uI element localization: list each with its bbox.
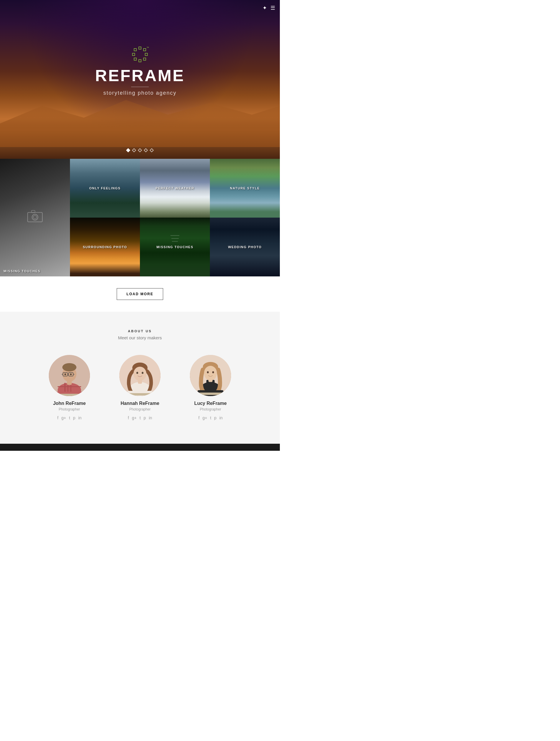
lucy-role: Photographer [200,407,221,411]
load-more-section: LOAD MORE [0,276,280,312]
svg-point-49 [212,372,214,374]
svg-point-38 [142,372,143,374]
gallery-cell-sunset[interactable]: SURROUNDING PHOTO [70,218,140,276]
cell-label-wedding-photo: WEDDING PHOTO [228,245,262,249]
svg-point-29 [70,374,72,375]
svg-rect-4 [139,60,141,62]
hannah-pinterest[interactable]: p [144,415,146,420]
hannah-role: Photographer [129,407,151,411]
hero-dot-4[interactable] [144,148,148,152]
svg-rect-9 [28,213,42,222]
avatar-john-figure [49,355,90,396]
svg-point-28 [64,374,66,375]
svg-point-11 [33,215,37,219]
footer-bar [0,444,280,451]
about-label: ABOUT US [6,329,274,333]
cell-label-surrounding-photo: SURROUNDING PHOTO [83,245,127,249]
svg-rect-5 [134,58,136,60]
svg-rect-51 [195,393,226,395]
svg-rect-40 [125,393,155,396]
john-pinterest[interactable]: p [73,415,76,420]
lucy-facebook[interactable]: f [198,415,200,420]
svg-rect-6 [132,53,135,56]
nav-icons: ✦ ☰ [263,5,275,11]
svg-point-22 [62,363,76,372]
svg-rect-3 [143,58,146,60]
avatar-hannah-figure [119,355,160,396]
team-grid: John ReFrame Photographer f g+ t p in [6,355,274,420]
hero-dot-2[interactable] [132,148,136,152]
cell-label-perfect-weather: PERFECT WEATHER [155,187,194,190]
hero-section: ✦ ☰ TM REFRAME storytelling photo agency [0,0,280,159]
lucy-linkedin[interactable]: in [219,415,222,420]
hero-content: TM REFRAME storytelling photo agency [95,45,185,96]
svg-rect-31 [53,394,85,396]
team-member-lucy: Lucy ReFrame Photographer f g+ t p in [184,355,237,420]
gallery-cell-alpine[interactable]: NATURE STYLE [210,159,280,218]
gallery-cell-railroad[interactable]: MISSING TOUCHES [140,218,210,276]
hannah-socials: f g+ t p in [128,415,152,420]
john-twitter[interactable]: t [69,415,70,420]
hannah-linkedin[interactable]: in [149,415,152,420]
brand-title: REFRAME [95,67,185,84]
brand-logo: TM [131,45,149,64]
pin-icon[interactable]: ✦ [263,5,267,11]
gallery-cell-bridge[interactable]: WEDDING PHOTO [210,218,280,276]
avatar-john [49,355,90,396]
lucy-socials: f g+ t p in [198,415,222,420]
svg-point-48 [207,372,209,374]
hero-dots [127,149,153,152]
john-role: Photographer [59,407,80,411]
john-name: John ReFrame [53,401,85,406]
svg-point-47 [204,366,217,381]
hannah-facebook[interactable]: f [128,415,129,420]
about-section: ABOUT US Meet our story makers [0,312,280,444]
gallery-cell-mountain[interactable]: PERFECT WEATHER [140,159,210,218]
svg-rect-7 [134,49,136,51]
lucy-twitter[interactable]: t [210,415,211,420]
john-linkedin[interactable]: in [78,415,81,420]
john-facebook[interactable]: f [57,415,59,420]
brand-divider [131,87,149,87]
john-socials: f g+ t p in [57,415,81,420]
gallery-cell-bw-camera[interactable]: MISSING TOUCHES [0,159,70,276]
about-subtitle: Meet our story makers [6,335,274,340]
lucy-googleplus[interactable]: g+ [203,415,207,420]
cell-label-missing-touches-1: MISSING TOUCHES [4,269,41,273]
gallery-cell-lake[interactable]: ONLY FEELINGS [70,159,140,218]
svg-point-36 [133,367,146,381]
team-member-hannah: Hannah ReFrame Photographer f g+ t p in [114,355,166,420]
cell-label-only-feelings: ONLY FEELINGS [89,187,121,190]
avatar-hannah [119,355,160,396]
hero-dot-3[interactable] [138,148,142,152]
lucy-pinterest[interactable]: p [214,415,217,420]
brand-subtitle: storytelling photo agency [103,90,177,96]
cell-label-nature-style: NATURE STYLE [230,187,260,190]
menu-icon[interactable]: ☰ [270,5,275,11]
photo-grid: MISSING TOUCHES ONLY FEELINGS PERFECT WE… [0,159,280,276]
team-member-john: John ReFrame Photographer f g+ t p in [43,355,96,420]
hero-dot-1[interactable] [126,148,130,152]
john-googleplus[interactable]: g+ [61,415,66,420]
load-more-button[interactable]: LOAD MORE [117,288,163,300]
svg-rect-0 [139,47,141,49]
lucy-name: Lucy ReFrame [194,401,227,406]
svg-rect-1 [143,49,146,51]
svg-point-10 [32,214,38,220]
hannah-name: Hannah ReFrame [121,401,159,406]
svg-rect-2 [145,53,148,56]
svg-text:TM: TM [146,47,149,48]
svg-point-37 [136,372,138,374]
hero-dot-5[interactable] [150,148,154,152]
avatar-lucy [190,355,231,396]
hannah-googleplus[interactable]: g+ [132,415,137,420]
cell-label-missing-touches-2: MISSING TOUCHES [156,245,194,249]
hannah-twitter[interactable]: t [140,415,141,420]
avatar-lucy-figure [190,355,231,396]
